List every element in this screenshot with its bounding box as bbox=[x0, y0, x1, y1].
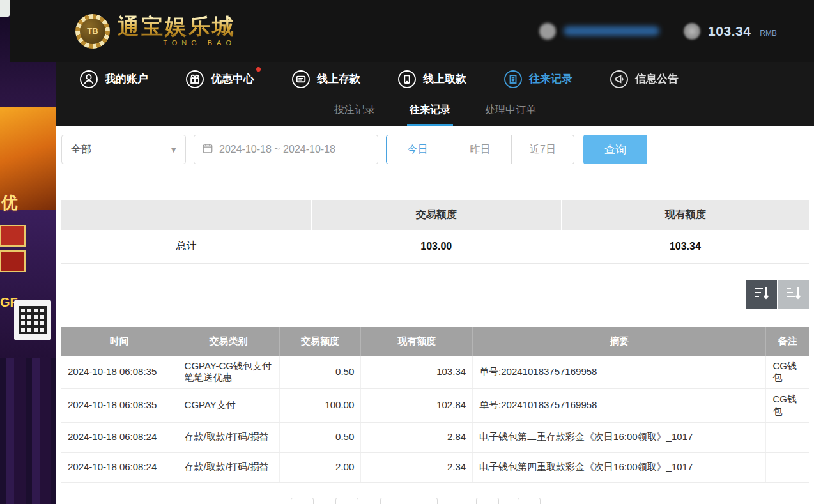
summary-header-transaction: 交易额度 bbox=[311, 200, 562, 230]
tab-transaction-records[interactable]: 往来记录 bbox=[407, 96, 453, 126]
summary-table: 交易额度 现有额度 总计 103.00 103.34 bbox=[61, 200, 809, 264]
nav-item-my-account[interactable]: 我的账户 bbox=[79, 70, 148, 89]
cell-time: 2024-10-18 06:08:35 bbox=[61, 356, 178, 389]
records-tbody: 2024-10-18 06:08:35CGPAY-CG钱包支付笔笔送优惠0.50… bbox=[61, 356, 809, 483]
today-button[interactable]: 今日 bbox=[386, 135, 449, 164]
cell-amount: 2.00 bbox=[279, 452, 361, 482]
cell-summary: 单号:202410183757169958 bbox=[473, 389, 766, 423]
notification-dot bbox=[256, 67, 261, 72]
brand-logo: TB 通宝娱乐城 TONG BAO bbox=[75, 14, 236, 49]
table-row: 2024-10-18 06:08:24存款/取款/打码/损益2.002.34电子… bbox=[61, 452, 809, 482]
pagination-next-button[interactable] bbox=[476, 498, 499, 504]
chevron-down-icon: ▼ bbox=[169, 145, 178, 155]
poker-chip-logo-icon: TB bbox=[75, 14, 110, 49]
sort-descending-button[interactable] bbox=[746, 280, 777, 309]
nav-item-transactions[interactable]: 往来记录 bbox=[503, 70, 572, 89]
summary-balance-total: 103.34 bbox=[562, 230, 809, 263]
filter-bar: 全部 ▼ 2024-10-18 ~ 2024-10-18 今日 昨日 近7日 查… bbox=[61, 135, 809, 164]
cell-summary: 电子钱包第四重取款彩金《次日16:00领取》_1017 bbox=[473, 452, 766, 482]
username-redacted bbox=[564, 26, 659, 36]
records-header-row: 时间 交易类别 交易额度 现有额度 摘要 备注 bbox=[61, 327, 809, 356]
header-amount: 交易额度 bbox=[279, 327, 361, 356]
cell-time: 2024-10-18 06:08:24 bbox=[61, 422, 178, 452]
pagination-page-select[interactable] bbox=[380, 498, 438, 504]
summary-header-empty bbox=[61, 200, 311, 230]
cell-note bbox=[766, 452, 809, 482]
nav-label: 线上存款 bbox=[317, 72, 360, 86]
sort-controls bbox=[61, 280, 809, 309]
logo-text: 通宝娱乐城 TONG BAO bbox=[118, 15, 236, 47]
last7days-button[interactable]: 近7日 bbox=[511, 135, 574, 164]
type-select[interactable]: 全部 ▼ bbox=[61, 135, 186, 164]
cell-balance: 102.84 bbox=[361, 389, 473, 423]
cell-summary: 电子钱包第二重存款彩金《次日16:00领取》_1017 bbox=[473, 422, 766, 452]
nav-label: 往来记录 bbox=[529, 72, 572, 86]
cell-note bbox=[766, 422, 809, 452]
cell-amount: 0.50 bbox=[279, 356, 361, 389]
table-row: 2024-10-18 06:08:24存款/取款/打码/损益0.502.84电子… bbox=[61, 422, 809, 452]
query-button[interactable]: 查询 bbox=[583, 135, 647, 164]
summary-transaction-total: 103.00 bbox=[311, 230, 562, 263]
nav-item-promotions[interactable]: 优惠中心 bbox=[185, 70, 254, 89]
background-corner-tag bbox=[0, 0, 10, 17]
pagination-prev-button[interactable] bbox=[335, 498, 358, 504]
main-nav: 我的账户 优惠中心 线上存款 线上取款 往来记录 bbox=[56, 62, 814, 96]
header-type: 交易类别 bbox=[178, 327, 279, 356]
background-char: 优 bbox=[1, 192, 18, 214]
deposit-icon bbox=[291, 70, 311, 89]
table-row: 2024-10-18 06:08:35CGPAY-CG钱包支付笔笔送优惠0.50… bbox=[61, 356, 809, 389]
gift-icon bbox=[185, 70, 204, 89]
quick-date-buttons: 今日 昨日 近7日 bbox=[386, 135, 574, 164]
cell-amount: 100.00 bbox=[279, 389, 361, 423]
pagination-first-button[interactable] bbox=[291, 498, 314, 504]
sub-tabs: 投注记录 往来记录 处理中订单 bbox=[56, 96, 814, 126]
nav-label: 信息公告 bbox=[635, 72, 679, 86]
cell-balance: 2.34 bbox=[361, 452, 473, 482]
sort-descending-icon bbox=[753, 285, 770, 304]
date-range-input[interactable]: 2024-10-18 ~ 2024-10-18 bbox=[194, 135, 378, 164]
logo-title: 通宝娱乐城 bbox=[118, 15, 236, 38]
records-table: 时间 交易类别 交易额度 现有额度 摘要 备注 2024-10-18 06:08… bbox=[61, 327, 809, 483]
summary-header-balance: 现有额度 bbox=[562, 200, 809, 230]
cell-amount: 0.50 bbox=[279, 422, 361, 452]
tab-betting-records[interactable]: 投注记录 bbox=[332, 96, 378, 126]
nav-item-deposit[interactable]: 线上存款 bbox=[291, 70, 360, 89]
calendar-icon bbox=[202, 142, 213, 157]
header-time: 时间 bbox=[61, 327, 178, 356]
nav-item-withdraw[interactable]: 线上取款 bbox=[397, 70, 466, 89]
coin-icon bbox=[684, 23, 700, 40]
background-qr-code bbox=[14, 300, 51, 340]
pagination-last-button[interactable] bbox=[518, 498, 541, 504]
background-header-mask bbox=[10, 0, 56, 62]
sort-ascending-icon bbox=[785, 285, 802, 304]
user-icon bbox=[79, 70, 98, 89]
nav-label: 我的账户 bbox=[105, 72, 148, 86]
date-range-value: 2024-10-18 ~ 2024-10-18 bbox=[219, 144, 335, 155]
background-red-block bbox=[0, 225, 26, 247]
summary-row: 总计 103.00 103.34 bbox=[61, 230, 809, 263]
balance-amount: 103.34 bbox=[708, 24, 751, 39]
cell-balance: 103.34 bbox=[361, 356, 473, 389]
cell-type: CGPAY-CG钱包支付笔笔送优惠 bbox=[178, 356, 279, 389]
type-select-value: 全部 bbox=[71, 143, 91, 157]
announcement-icon bbox=[610, 70, 629, 89]
logo-badge: TB bbox=[80, 19, 105, 44]
account-area: 103.34 RMB bbox=[539, 23, 777, 40]
site-header: TB 通宝娱乐城 TONG BAO 103.34 RMB bbox=[56, 0, 814, 62]
yesterday-button[interactable]: 昨日 bbox=[449, 135, 512, 164]
tab-processing-orders[interactable]: 处理中订单 bbox=[482, 96, 539, 126]
sort-ascending-button[interactable] bbox=[778, 280, 809, 309]
records-icon bbox=[503, 70, 523, 89]
cell-note: CG钱包 bbox=[766, 389, 809, 423]
summary-total-label: 总计 bbox=[61, 230, 311, 263]
nav-item-announcements[interactable]: 信息公告 bbox=[610, 70, 679, 89]
background-pattern bbox=[0, 358, 56, 504]
cell-time: 2024-10-18 06:08:24 bbox=[61, 452, 178, 482]
header-summary: 摘要 bbox=[473, 327, 766, 356]
nav-label: 线上取款 bbox=[423, 72, 466, 86]
logo-subtitle: TONG BAO bbox=[163, 39, 236, 47]
cell-time: 2024-10-18 06:08:35 bbox=[61, 389, 178, 423]
withdraw-icon bbox=[397, 70, 417, 89]
background-window-strip: 优 GF bbox=[0, 0, 56, 504]
avatar bbox=[539, 23, 556, 40]
